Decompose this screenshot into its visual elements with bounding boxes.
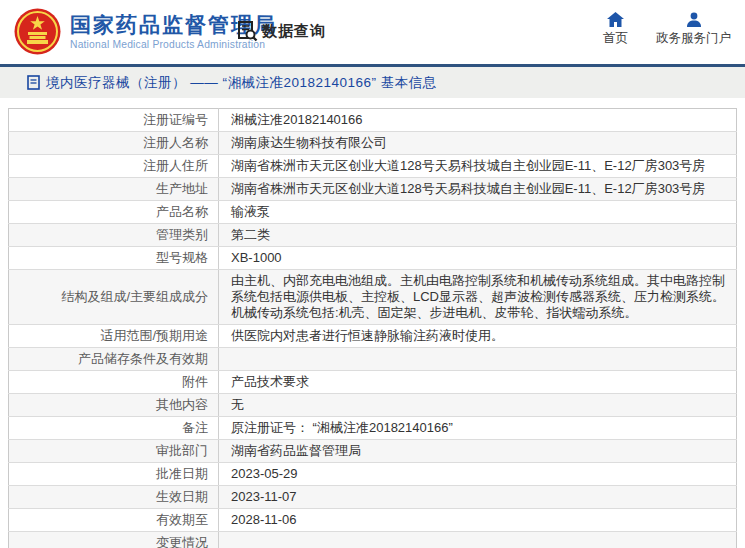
document-icon	[27, 75, 40, 90]
field-value: 2023-11-07	[219, 486, 737, 509]
field-value: 湖南康达生物科技有限公司	[219, 132, 737, 155]
field-label: 注册证编号	[9, 109, 219, 132]
field-value: 第二类	[219, 224, 737, 247]
field-value: 2023-05-29	[219, 463, 737, 486]
table-row: 注册证编号湘械注准20182140166	[9, 109, 737, 132]
table-row: 产品名称输液泵	[9, 201, 737, 224]
table-row: 结构及组成/主要组成成分由主机、内部充电电池组成。主机由电路控制系统和机械传动系…	[9, 270, 737, 325]
table-row: 适用范围/预期用途供医院内对患者进行恒速静脉输注药液时使用。	[9, 325, 737, 348]
field-value: 输液泵	[219, 201, 737, 224]
field-label: 生效日期	[9, 486, 219, 509]
field-value: 湖南省株洲市天元区创业大道128号天易科技城自主创业园E-11、E-12厂房30…	[219, 178, 737, 201]
nav-gov-portal[interactable]: 政务服务门户	[656, 12, 731, 47]
table-row: 生产地址湖南省株洲市天元区创业大道128号天易科技城自主创业园E-11、E-12…	[9, 178, 737, 201]
field-value: 由主机、内部充电电池组成。主机由电路控制系统和机械传动系统组成。其中电路控制系统…	[219, 270, 737, 325]
field-label: 批准日期	[9, 463, 219, 486]
national-emblem-icon	[14, 8, 61, 55]
field-value: 湖南省株洲市天元区创业大道128号天易科技城自主创业园E-11、E-12厂房30…	[219, 155, 737, 178]
field-value: 湖南省药品监督管理局	[219, 440, 737, 463]
field-label: 生产地址	[9, 178, 219, 201]
info-table: 注册证编号湘械注准20182140166注册人名称湖南康达生物科技有限公司注册人…	[8, 108, 737, 548]
field-label: 附件	[9, 371, 219, 394]
field-label: 有效期至	[9, 509, 219, 532]
field-label: 管理类别	[9, 224, 219, 247]
user-icon	[686, 12, 702, 27]
data-query-icon	[237, 20, 258, 42]
table-row: 注册人名称湖南康达生物科技有限公司	[9, 132, 737, 155]
table-row: 附件产品技术要求	[9, 371, 737, 394]
field-label: 注册人住所	[9, 155, 219, 178]
table-row: 备注原注册证号： “湘械注准20182140166”	[9, 417, 737, 440]
field-label: 备注	[9, 417, 219, 440]
field-label: 审批部门	[9, 440, 219, 463]
table-row: 变更情况	[9, 532, 737, 548]
field-label: 型号规格	[9, 247, 219, 270]
field-label: 其他内容	[9, 394, 219, 417]
breadcrumb-bar: 境内医疗器械（注册） —— “湘械注准20182140166” 基本信息	[0, 64, 745, 98]
table-row: 产品储存条件及有效期	[9, 348, 737, 371]
site-header: 国家药品监督管理局 National Medical Products Admi…	[0, 0, 745, 64]
field-value: 产品技术要求	[219, 371, 737, 394]
table-row: 管理类别第二类	[9, 224, 737, 247]
nav-home-label: 首页	[603, 30, 628, 47]
data-query-tab[interactable]: 数据查询	[237, 20, 326, 42]
nav-home[interactable]: 首页	[603, 12, 628, 47]
field-value: 2028-11-06	[219, 509, 737, 532]
field-value	[219, 532, 737, 548]
field-value: 无	[219, 394, 737, 417]
field-label: 产品名称	[9, 201, 219, 224]
field-value: 供医院内对患者进行恒速静脉输注药液时使用。	[219, 325, 737, 348]
table-row: 有效期至2028-11-06	[9, 509, 737, 532]
data-query-label: 数据查询	[262, 22, 326, 41]
table-row: 生效日期2023-11-07	[9, 486, 737, 509]
table-row: 批准日期2023-05-29	[9, 463, 737, 486]
field-value: 原注册证号： “湘械注准20182140166”	[219, 417, 737, 440]
field-label: 注册人名称	[9, 132, 219, 155]
field-value: 湘械注准20182140166	[219, 109, 737, 132]
field-label: 产品储存条件及有效期	[9, 348, 219, 371]
table-row: 型号规格XB-1000	[9, 247, 737, 270]
home-icon	[607, 12, 624, 27]
table-row: 审批部门湖南省药品监督管理局	[9, 440, 737, 463]
field-label: 结构及组成/主要组成成分	[9, 270, 219, 325]
header-nav: 首页 政务服务门户	[603, 12, 731, 47]
table-row: 注册人住所湖南省株洲市天元区创业大道128号天易科技城自主创业园E-11、E-1…	[9, 155, 737, 178]
nav-gov-portal-label: 政务服务门户	[656, 30, 731, 47]
page-title: 境内医疗器械（注册） —— “湘械注准20182140166” 基本信息	[46, 74, 437, 92]
field-label: 适用范围/预期用途	[9, 325, 219, 348]
field-value: XB-1000	[219, 247, 737, 270]
table-wrap: 注册证编号湘械注准20182140166注册人名称湖南康达生物科技有限公司注册人…	[8, 108, 737, 548]
table-row: 其他内容无	[9, 394, 737, 417]
field-value	[219, 348, 737, 371]
field-label: 变更情况	[9, 532, 219, 548]
